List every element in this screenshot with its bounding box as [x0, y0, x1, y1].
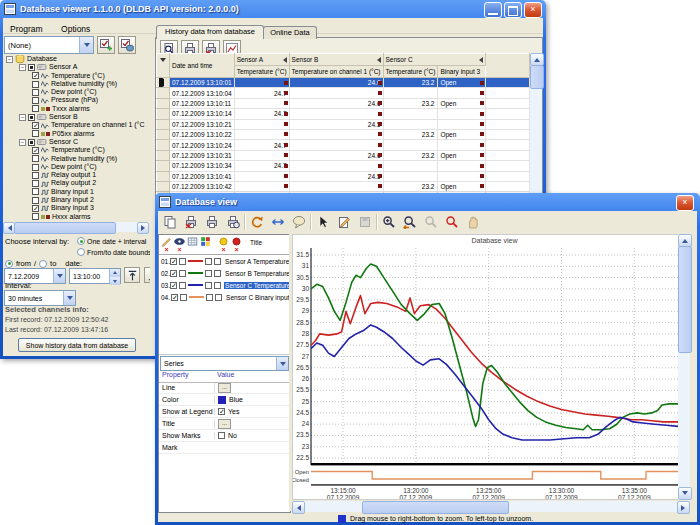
- cell-binary-3[interactable]: Open: [438, 181, 486, 191]
- col-temp-c[interactable]: Temperature (°C): [383, 66, 438, 78]
- channel-checkbox[interactable]: [32, 81, 39, 88]
- cell-datetime[interactable]: 07.12.2009 13:10:31: [170, 150, 235, 160]
- menu-program[interactable]: Program: [3, 22, 50, 36]
- row-header-cell[interactable]: [157, 161, 170, 171]
- cell-binary-3[interactable]: Open: [438, 150, 486, 160]
- row-header-cell[interactable]: [157, 181, 170, 191]
- series-option-checkbox[interactable]: [206, 294, 213, 301]
- scroll-thumb[interactable]: [14, 222, 116, 234]
- series-label[interactable]: Sensor C Binary input 3: [225, 294, 290, 301]
- tree-item[interactable]: Temperature (°C): [3, 146, 149, 154]
- tree-item[interactable]: Pressure (hPa): [3, 96, 149, 104]
- chart-v-scrollbar[interactable]: [678, 234, 690, 500]
- tree-item[interactable]: P05xx alarms: [3, 130, 149, 138]
- row-header-cell[interactable]: [157, 109, 170, 119]
- cell-binary-3[interactable]: Open: [438, 78, 486, 88]
- series-option-checkbox[interactable]: [179, 282, 186, 289]
- tree-item[interactable]: Relay output 2: [3, 179, 149, 187]
- legend-series-row[interactable]: 01. Sensor A Temperature (°C): [159, 255, 290, 267]
- tree-state-checkbox[interactable]: [28, 64, 35, 71]
- group-sensor-b[interactable]: Sensor B: [289, 54, 383, 66]
- cell-binary-3[interactable]: Open: [438, 129, 486, 139]
- tree-expander-icon[interactable]: −: [19, 114, 26, 121]
- series-option-checkbox[interactable]: [214, 282, 221, 289]
- zoom-previous-button[interactable]: [400, 212, 420, 232]
- zoom-in-button[interactable]: [379, 212, 399, 232]
- edit-button[interactable]: [334, 212, 354, 232]
- cell-sensor-a[interactable]: [234, 98, 289, 108]
- group-sensor-c[interactable]: Sensor C: [383, 54, 485, 66]
- series-option-checkbox[interactable]: [215, 294, 222, 301]
- row-header-cell[interactable]: [157, 140, 170, 150]
- property-row[interactable]: Show at Legend Yes: [159, 406, 290, 418]
- save-disabled-button[interactable]: [355, 212, 375, 232]
- apply-channel-check-button[interactable]: [97, 36, 115, 54]
- col-temp-b[interactable]: Temperature on channel 1 (°C): [289, 66, 383, 78]
- cell-sensor-b[interactable]: 24.6: [289, 150, 383, 160]
- tab-online-data[interactable]: Online Data: [263, 26, 317, 39]
- group-sensor-a[interactable]: Sensor A: [234, 54, 289, 66]
- cursor-button[interactable]: [313, 212, 333, 232]
- prop-col-header[interactable]: Property: [159, 371, 217, 382]
- scroll-right-button[interactable]: [137, 222, 149, 234]
- cell-sensor-c[interactable]: [383, 88, 438, 98]
- remove-icon[interactable]: ×: [234, 247, 238, 252]
- cell-binary-3[interactable]: Open: [438, 98, 486, 108]
- cell-sensor-c[interactable]: 23.2: [383, 129, 438, 139]
- table-row[interactable]: 07.12.2009 13:10:2424.7: [157, 140, 530, 150]
- tab-history-data[interactable]: History data from database: [156, 25, 264, 39]
- pan-hand-button[interactable]: [463, 212, 483, 232]
- remove-icon[interactable]: ×: [221, 247, 225, 252]
- cell-sensor-c[interactable]: [383, 119, 438, 129]
- print-setup-button[interactable]: [181, 212, 201, 232]
- tree-item[interactable]: −Sensor C: [3, 138, 149, 146]
- cell-sensor-b[interactable]: [289, 88, 383, 98]
- close-button[interactable]: ×: [524, 2, 542, 18]
- interval-dropdown-arrow[interactable]: [63, 291, 75, 305]
- cell-datetime[interactable]: 07.12.2009 13:10:41: [170, 171, 235, 181]
- cell-binary-3[interactable]: [438, 140, 486, 150]
- channel-checkbox[interactable]: [32, 147, 39, 154]
- ellipsis-button[interactable]: ...: [218, 419, 231, 429]
- series-option-checkbox[interactable]: [214, 270, 221, 277]
- property-row[interactable]: Mark: [159, 442, 290, 454]
- channel-checkbox[interactable]: [32, 172, 39, 179]
- cell-binary-3[interactable]: [438, 171, 486, 181]
- series-visible-checkbox[interactable]: [170, 258, 177, 265]
- tree-item[interactable]: Temperature on channel 1 (°C: [3, 121, 149, 129]
- color-swatch[interactable]: [218, 396, 226, 404]
- cell-binary-3[interactable]: [438, 119, 486, 129]
- spinner-down[interactable]: [110, 277, 120, 285]
- zoom-out-disabled-button[interactable]: [421, 212, 441, 232]
- cell-sensor-b[interactable]: [289, 161, 383, 171]
- cell-sensor-c[interactable]: [383, 171, 438, 181]
- property-row[interactable]: Line ...: [159, 382, 290, 394]
- main-title-bar[interactable]: Database viewer 1.1.0.0 (DLDB API versio…: [0, 0, 546, 18]
- channel-checkbox[interactable]: [32, 197, 39, 204]
- channel-checkbox[interactable]: [32, 97, 39, 104]
- radio-from[interactable]: [5, 260, 13, 268]
- cell-sensor-a[interactable]: 24.7: [234, 88, 289, 98]
- cell-sensor-c[interactable]: 23.2: [383, 181, 438, 191]
- cell-sensor-b[interactable]: 24.5: [289, 171, 383, 181]
- tree-item[interactable]: Hxxx alarms: [3, 213, 149, 220]
- table-row[interactable]: 07.12.2009 13:10:4124.5: [157, 171, 530, 181]
- tree-expander-icon[interactable]: −: [6, 56, 13, 63]
- tree-expander-icon[interactable]: −: [19, 64, 26, 71]
- to-first-record-button[interactable]: [124, 267, 140, 283]
- copy-button[interactable]: [160, 212, 180, 232]
- print-button[interactable]: [202, 212, 222, 232]
- date-dropdown-arrow[interactable]: [53, 269, 65, 283]
- row-header-cell[interactable]: [157, 150, 170, 160]
- time-input[interactable]: 13:10:00: [69, 268, 121, 284]
- refresh-button[interactable]: [247, 212, 267, 232]
- table-row[interactable]: 07.12.2009 13:10:0424.7: [157, 88, 530, 98]
- row-header-cell[interactable]: [157, 119, 170, 129]
- value-col-header[interactable]: Value: [217, 371, 234, 382]
- tree-h-scrollbar[interactable]: [3, 222, 149, 232]
- property-row[interactable]: Show Marks No: [159, 430, 290, 442]
- menu-options[interactable]: Options: [54, 22, 97, 36]
- channel-checkbox[interactable]: [32, 72, 39, 79]
- row-header-cell[interactable]: [157, 98, 170, 108]
- table-row[interactable]: 07.12.2009 13:10:2124.5: [157, 119, 530, 129]
